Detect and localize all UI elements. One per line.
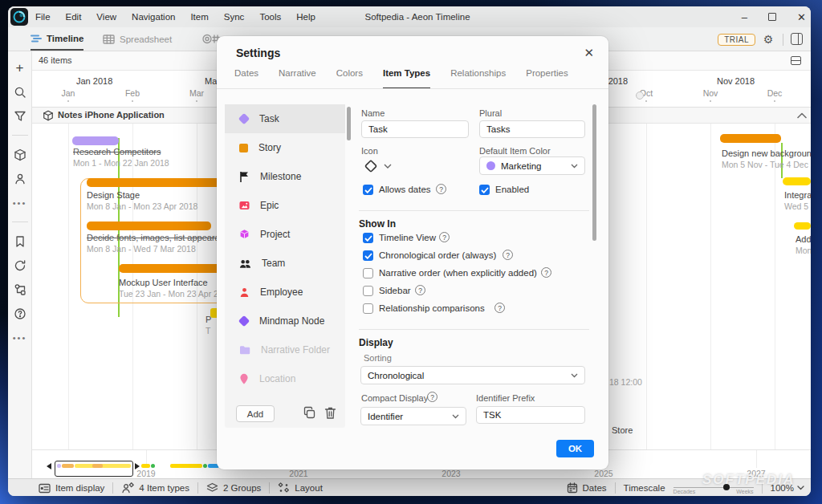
- list-item-task[interactable]: Task: [225, 104, 345, 133]
- tab-properties[interactable]: Properties: [526, 68, 568, 89]
- plural-field[interactable]: [479, 120, 585, 138]
- event-label[interactable]: Mockup User Interface: [119, 278, 208, 287]
- add-item-type-button[interactable]: Add: [236, 405, 275, 422]
- partial-label: Store: [612, 425, 633, 435]
- event-label[interactable]: Decide fonts, images, list appearance: [87, 233, 234, 242]
- event-label[interactable]: Integra: [784, 190, 811, 200]
- tab-colors[interactable]: Colors: [336, 68, 363, 89]
- help-icon[interactable]: [13, 307, 26, 320]
- event-label[interactable]: Research Competitors: [73, 147, 161, 156]
- sidebar-checkbox[interactable]: [363, 286, 373, 296]
- more-icon[interactable]: •••: [13, 196, 26, 209]
- allows-dates-checkbox[interactable]: [363, 185, 373, 195]
- people-icon: [239, 258, 251, 269]
- bookmark-icon[interactable]: [13, 234, 26, 248]
- close-button[interactable]: ✕: [797, 11, 806, 23]
- gear-icon[interactable]: ⚙: [761, 32, 775, 47]
- ok-button[interactable]: OK: [556, 440, 594, 457]
- list-item-narrative-folder[interactable]: Narrative Folder: [225, 335, 345, 364]
- help-icon[interactable]: ?: [541, 267, 551, 278]
- minimap-left-arrow[interactable]: [47, 463, 51, 469]
- tab-timeline[interactable]: Timeline: [31, 27, 83, 51]
- sync-icon[interactable]: [13, 258, 26, 272]
- help-icon[interactable]: ?: [494, 303, 505, 313]
- event-bar-decide-fonts[interactable]: [87, 222, 211, 230]
- help-icon[interactable]: ?: [439, 232, 450, 242]
- minimap-milestone-dot: [151, 464, 155, 468]
- duplicate-icon[interactable]: [303, 406, 316, 420]
- menu-view[interactable]: View: [96, 12, 116, 22]
- menu-tools[interactable]: Tools: [259, 12, 281, 22]
- more-icon[interactable]: •••: [13, 331, 26, 344]
- mindmap-icon[interactable]: [13, 282, 26, 296]
- icon-picker-diamond[interactable]: [363, 158, 379, 174]
- people-sidebar-icon[interactable]: [13, 172, 26, 185]
- panel-scrollbar[interactable]: [592, 104, 596, 241]
- item-types-button[interactable]: 4 Item types: [121, 482, 189, 494]
- default-color-dropdown[interactable]: Marketing: [479, 156, 585, 175]
- menu-sync[interactable]: Sync: [224, 12, 245, 22]
- row-display-icon[interactable]: [791, 56, 801, 65]
- tab-narrative[interactable]: Narrative: [279, 68, 316, 89]
- maximize-button[interactable]: [768, 13, 776, 21]
- list-item-milestone[interactable]: Milestone: [225, 162, 345, 191]
- filter-icon[interactable]: [13, 109, 26, 123]
- item-display-button[interactable]: Item display: [39, 483, 104, 494]
- menu-item[interactable]: Item: [190, 12, 208, 22]
- menu-file[interactable]: File: [35, 12, 51, 22]
- help-icon[interactable]: ?: [415, 285, 425, 295]
- relationship-comparisons-checkbox[interactable]: [363, 303, 373, 314]
- tab-dates[interactable]: Dates: [234, 68, 258, 89]
- list-item-employee[interactable]: Employee: [225, 278, 345, 307]
- item-types-label: 4 Item types: [139, 483, 189, 493]
- list-item-team[interactable]: Team: [225, 249, 345, 278]
- list-scrollbar[interactable]: [347, 107, 351, 140]
- event-bar-integrate[interactable]: [783, 177, 811, 185]
- groups-button[interactable]: 2 Groups: [206, 482, 261, 494]
- status-divider: [269, 482, 270, 494]
- help-icon[interactable]: ?: [427, 392, 437, 402]
- compact-display-dropdown[interactable]: Identifier: [360, 407, 466, 425]
- enabled-checkbox[interactable]: [479, 185, 490, 195]
- list-item-epic[interactable]: Epic: [225, 191, 345, 220]
- sorting-dropdown[interactable]: Chronological: [360, 366, 585, 384]
- dialog-close-icon[interactable]: ✕: [584, 46, 594, 60]
- timeline-pin-marker[interactable]: [636, 91, 644, 100]
- event-label[interactable]: Design Stage: [87, 190, 140, 200]
- trash-icon[interactable]: [324, 406, 337, 420]
- event-bar-add[interactable]: [794, 222, 811, 230]
- person-icon: [239, 287, 250, 298]
- event-bar-research-competitors[interactable]: [72, 136, 119, 145]
- add-item-icon[interactable]: +: [13, 61, 26, 75]
- side-panel-icon[interactable]: [791, 33, 803, 45]
- list-item-project[interactable]: Project: [225, 220, 345, 249]
- timeline-view-checkbox[interactable]: [363, 233, 373, 243]
- dates-button[interactable]: Dates: [567, 482, 607, 494]
- name-field[interactable]: [361, 120, 469, 138]
- event-label[interactable]: Add: [796, 234, 811, 244]
- tab-relationships[interactable]: Relationships: [450, 68, 506, 89]
- menu-edit[interactable]: Edit: [66, 12, 82, 22]
- narrative-order-checkbox[interactable]: [363, 268, 373, 278]
- identifier-prefix-field[interactable]: [476, 406, 585, 424]
- minimize-button[interactable]: –: [742, 11, 747, 23]
- menu-navigation[interactable]: Navigation: [132, 12, 175, 22]
- list-item-mindmap-node[interactable]: Mindmap Node: [225, 307, 345, 335]
- items-cube-icon[interactable]: [13, 148, 26, 161]
- search-icon[interactable]: [13, 85, 26, 99]
- layout-button[interactable]: Layout: [278, 482, 323, 494]
- list-item-story[interactable]: Story: [225, 133, 345, 162]
- chronological-order-checkbox[interactable]: [363, 250, 373, 261]
- event-bar-design-backgrounds[interactable]: [720, 134, 781, 143]
- list-item-location[interactable]: Location: [225, 364, 345, 393]
- diamond-icon: [238, 315, 250, 327]
- event-label[interactable]: Design new backgrounds: [722, 148, 811, 158]
- minimap-viewport[interactable]: [55, 461, 133, 477]
- help-icon[interactable]: ?: [503, 250, 513, 260]
- folder-icon: [239, 345, 250, 355]
- help-icon[interactable]: ?: [436, 184, 446, 194]
- icon-picker-chevron-icon[interactable]: [384, 164, 392, 169]
- tab-item-types[interactable]: Item Types: [383, 68, 430, 89]
- collapse-chevron-icon[interactable]: [797, 112, 807, 119]
- tab-spreadsheet[interactable]: Spreadsheet: [103, 27, 172, 51]
